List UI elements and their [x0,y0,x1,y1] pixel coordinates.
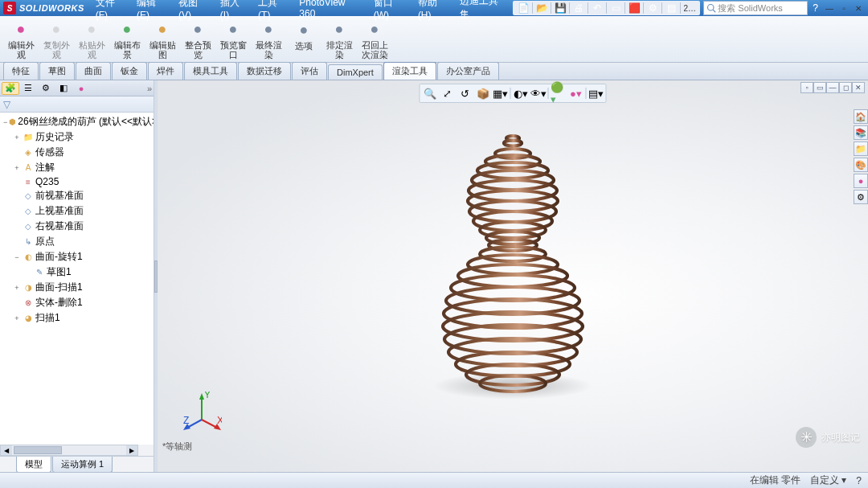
toolbtn-0[interactable]: ●编辑外观 [3,18,39,60]
tab-4[interactable]: 焊件 [148,62,183,80]
tree-node-3[interactable]: ≡Q235 [2,175,152,188]
tree-node-2[interactable]: +A注解 [2,160,152,175]
toolbtn-7[interactable]: ●最终渲染 [251,18,286,60]
new-icon[interactable]: 📄 [516,2,530,14]
open-icon[interactable]: 📂 [534,2,549,14]
twisty-icon[interactable]: + [13,284,21,292]
task-palette-icon[interactable]: 🎨 [854,158,868,172]
save-icon[interactable]: 💾 [553,2,567,14]
tool-icon: ● [11,20,31,39]
panel-tab-property[interactable]: ☰ [19,82,37,95]
tool-label: 编辑布景 [110,40,144,59]
model-tab-model[interactable]: 模型 [16,457,51,473]
feature-tree[interactable]: − ⬢ 26钢丝绕成的葫芦 (默认<<默认>_显示 +📁历史记录◈传感器+A注解… [0,113,154,445]
tab-0[interactable]: 特征 [3,62,39,80]
appearance-icon[interactable]: ●▾ [568,86,584,100]
help-icon[interactable]: ? [813,2,818,14]
rebuild-icon[interactable]: 🟥 [627,2,641,14]
task-custom-icon[interactable]: ⚙ [854,190,868,204]
tab-8[interactable]: DimXpert [328,64,383,80]
task-home-icon[interactable]: 🏠 [854,109,868,124]
doc-max-icon[interactable]: ◻ [839,82,852,93]
toolbtn-10[interactable]: ●召回上次渲染 [357,18,392,60]
tab-9[interactable]: 渲染工具 [383,62,436,80]
status-help-icon[interactable]: ? [856,475,862,486]
toolbtn-6[interactable]: ●预览窗口 [215,18,251,60]
close-icon[interactable]: ✕ [852,2,865,14]
zoom-fit-icon[interactable]: 🔍 [422,86,438,100]
twisty-icon[interactable]: + [13,133,21,141]
window-controls: — ▫ ✕ [823,2,865,14]
tab-6[interactable]: 数据迁移 [238,62,291,80]
tab-10[interactable]: 办公室产品 [437,62,499,80]
toolbtn-9[interactable]: ●排定渲染 [321,18,357,60]
tree-node-9[interactable]: ✎草图1 [2,265,152,280]
tree-node-11[interactable]: ⊗实体-删除1 [2,295,152,310]
twisty-icon[interactable]: + [13,164,21,172]
task-appearance-icon[interactable]: ● [854,174,868,188]
panel-tab-display[interactable]: ◧ [55,82,72,95]
doc-close-icon[interactable]: ✕ [852,82,865,93]
tree-hscrollbar[interactable]: ◀ ▶ [0,445,138,456]
menu-help[interactable]: 帮助(H) [413,0,456,23]
tab-5[interactable]: 模具工具 [184,62,237,80]
model-tab-motion[interactable]: 运动算例 1 [52,457,113,473]
pane-icon[interactable]: ▤ [664,2,678,14]
tool-icon: ● [117,20,137,39]
settings-icon[interactable]: ▤▾ [588,86,604,100]
tab-3[interactable]: 钣金 [112,62,147,80]
toolbtn-5[interactable]: ●整合预览 [180,18,215,60]
prev-view-icon[interactable]: ↺ [457,86,473,100]
search-box[interactable]: 搜索 SolidWorks [703,1,808,15]
options-icon[interactable]: ⚙ [645,2,660,14]
doc-min-icon[interactable]: — [826,82,839,93]
tree-root[interactable]: − ⬢ 26钢丝绕成的葫芦 (默认<<默认>_显示 [2,114,152,129]
tab-1[interactable]: 草图 [39,62,75,80]
toolbtn-3[interactable]: ●编辑布景 [109,18,145,60]
panel-tab-feature-tree[interactable]: 🧩 [2,82,19,95]
select-icon[interactable]: ▭ [608,2,623,14]
panel-tab-appearance[interactable]: ● [72,82,90,95]
tree-node-8[interactable]: −◐曲面-旋转1 [2,249,152,265]
scroll-thumb[interactable] [14,446,62,454]
tree-node-5[interactable]: ◇上视基准面 [2,203,152,219]
tree-node-6[interactable]: ◇右视基准面 [2,219,152,234]
zoom-area-icon[interactable]: ⤢ [440,86,456,100]
3d-viewport[interactable]: ▫ ▭ — ◻ ✕ 🔍 ⤢ ↺ 📦 ▦▾ ◐▾ 👁▾ 🟢▾ ●▾ ▤▾ 🏠 📚 [158,80,868,472]
view-orient-icon[interactable]: ▦▾ [493,86,509,100]
tree-node-4[interactable]: ◇前视基准面 [2,188,152,203]
doc-tile-icon[interactable]: ▫ [800,82,813,93]
tree-node-12[interactable]: +◕扫描1 [2,310,152,326]
display-style-icon[interactable]: ◐▾ [513,86,529,100]
tab-2[interactable]: 曲面 [76,62,111,80]
tree-node-0[interactable]: +📁历史记录 [2,129,152,145]
task-library-icon[interactable]: 📚 [854,125,868,140]
minimize-icon[interactable]: — [823,2,836,14]
doc-cascade-icon[interactable]: ▭ [813,82,826,93]
scroll-right-icon[interactable]: ▶ [126,445,137,455]
hide-show-icon[interactable]: 👁▾ [530,86,547,100]
toolbtn-4[interactable]: ●编辑贴图 [145,18,180,60]
menu-maidi[interactable]: 迈迪工具集 [455,0,513,23]
restore-icon[interactable]: ▫ [837,2,850,14]
task-explorer-icon[interactable]: 📁 [854,141,868,156]
tree-node-10[interactable]: +◑曲面-扫描1 [2,280,152,295]
twisty-icon[interactable]: − [3,118,7,126]
tab-7[interactable]: 评估 [292,62,327,80]
twisty-icon[interactable]: + [13,314,21,322]
scene-icon[interactable]: 🟢▾ [551,86,567,100]
section-icon[interactable]: 📦 [475,86,491,100]
print-icon[interactable]: 🖨 [571,2,586,14]
tree-node-7[interactable]: ↳原点 [2,234,152,249]
scroll-left-icon[interactable]: ◀ [1,445,12,455]
undo-icon[interactable]: ↶ [590,2,604,14]
svg-point-3 [504,140,522,146]
tree-node-1[interactable]: ◈传感器 [2,145,152,160]
panel-tab-config[interactable]: ⚙ [37,82,55,95]
status-custom-label[interactable]: 自定义 ▾ [810,474,846,487]
panel-expand-icon[interactable]: » [147,84,152,93]
toolbtn-8[interactable]: ●选项 [286,18,321,60]
filter-icon[interactable]: ▽ [3,99,10,110]
twisty-icon[interactable]: − [13,253,21,261]
node-icon: ◈ [23,147,34,158]
